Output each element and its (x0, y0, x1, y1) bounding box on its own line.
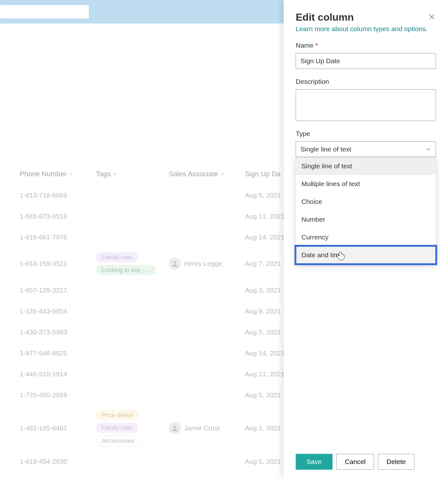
name-field-label: Name * (296, 42, 436, 49)
learn-more-link[interactable]: Learn more about column types and option… (296, 25, 428, 33)
save-button[interactable]: Save (296, 454, 333, 470)
description-field-label: Description (296, 78, 436, 85)
type-option-date-and-time[interactable]: Date and time (296, 246, 436, 264)
type-field-label: Type (296, 130, 436, 138)
close-icon (428, 13, 436, 21)
type-option-currency[interactable]: Currency (296, 228, 436, 246)
type-option-choice[interactable]: Choice (296, 193, 436, 211)
type-dropdown: Single line of text Multiple lines of te… (296, 157, 436, 264)
name-input[interactable] (296, 53, 436, 69)
edit-column-panel: Edit column Learn more about column type… (284, 0, 448, 477)
description-textarea[interactable] (296, 89, 436, 121)
panel-footer: Save Cancel Delete (284, 447, 448, 477)
type-select-value: Single line of text (300, 145, 351, 153)
type-option-single-line[interactable]: Single line of text (296, 157, 436, 175)
cancel-button[interactable]: Cancel (336, 454, 374, 470)
delete-button[interactable]: Delete (378, 454, 414, 470)
type-select[interactable]: Single line of text (296, 141, 436, 157)
type-option-number[interactable]: Number (296, 211, 436, 228)
close-button[interactable] (426, 11, 437, 22)
panel-title: Edit column (296, 11, 436, 23)
required-indicator: * (315, 42, 318, 49)
type-option-multiple-lines[interactable]: Multiple lines of text (296, 175, 436, 193)
chevron-down-icon (425, 146, 431, 152)
label-text: Name (296, 42, 313, 49)
